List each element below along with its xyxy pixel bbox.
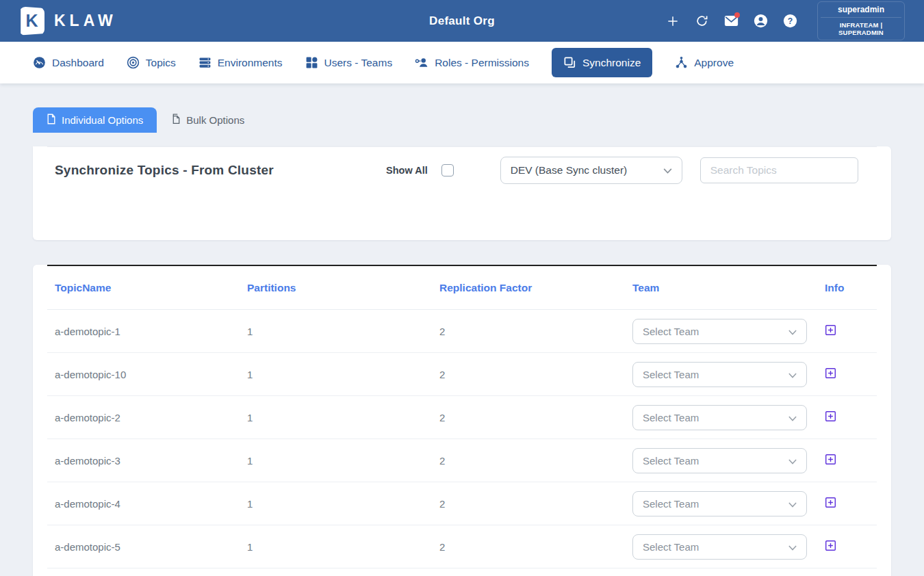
environments-icon [198, 56, 211, 69]
svg-text:?: ? [788, 16, 793, 26]
nav-item-topics[interactable]: Topics [127, 56, 176, 69]
topics-table: TopicName Partitions Replication Factor … [47, 265, 877, 568]
chevron-down-icon [788, 455, 797, 467]
team-select[interactable]: Select Team [632, 405, 807, 430]
table-row: a-demotopic-2 1 2 Select Team [47, 396, 877, 439]
dashboard-icon [33, 56, 46, 69]
refresh-icon[interactable] [687, 14, 717, 27]
synchronize-icon [563, 56, 576, 69]
column-header-replication-factor: Replication Factor [432, 282, 625, 294]
team-select[interactable]: Select Team [632, 362, 807, 387]
documents-icon [170, 114, 181, 127]
add-box-icon[interactable] [825, 497, 836, 508]
topic-name: a-demotopic-1 [47, 326, 240, 337]
replication-factor-value: 2 [432, 455, 625, 467]
column-header-info: Info [817, 282, 874, 294]
topic-name: a-demotopic-5 [47, 541, 240, 553]
user-icon[interactable] [746, 14, 775, 28]
nav-item-roles-permissions[interactable]: Roles - Permissions [415, 56, 529, 69]
nav-item-environments[interactable]: Environments [198, 56, 283, 69]
replication-factor-value: 2 [432, 541, 625, 553]
replication-factor-value: 2 [432, 498, 625, 510]
team-select[interactable]: Select Team [632, 491, 807, 516]
add-box-icon[interactable] [825, 454, 836, 465]
nav-item-approve[interactable]: Approve [675, 56, 734, 69]
column-header-topicname: TopicName [47, 282, 240, 294]
chevron-down-icon [788, 498, 797, 510]
brand-name: KLAW [54, 12, 117, 30]
topics-table-card: TopicName Partitions Replication Factor … [33, 265, 891, 576]
user-team-role: INFRATEAM | SUPERADMIN [821, 17, 901, 36]
main-nav: Dashboard Topics Environments [0, 42, 924, 83]
mail-icon[interactable] [717, 15, 746, 27]
partitions-value: 1 [240, 369, 432, 380]
add-box-icon[interactable] [825, 410, 836, 422]
tab-bulk-options[interactable]: Bulk Options [157, 107, 258, 133]
replication-factor-value: 2 [432, 369, 625, 380]
cluster-select[interactable]: DEV (Base Sync cluster) [500, 157, 682, 184]
nav-item-dashboard[interactable]: Dashboard [33, 56, 104, 69]
team-select[interactable]: Select Team [632, 319, 807, 344]
partitions-value: 1 [240, 326, 432, 337]
partitions-value: 1 [240, 412, 432, 423]
topic-name: a-demotopic-2 [47, 412, 240, 423]
tab-individual-options[interactable]: Individual Options [33, 107, 157, 133]
chevron-down-icon [788, 326, 797, 337]
table-row: a-demotopic-1 1 2 Select Team [47, 310, 877, 353]
add-box-icon[interactable] [825, 540, 836, 551]
chevron-down-icon [663, 164, 672, 176]
top-bar: K KLAW Default Org [0, 0, 924, 42]
plus-icon[interactable] [658, 14, 687, 28]
show-all-label: Show All [386, 165, 428, 176]
page-title: Synchronize Topics - From Cluster [55, 163, 376, 178]
chevron-down-icon [788, 541, 797, 553]
topic-name: a-demotopic-10 [47, 369, 240, 380]
user-menu[interactable]: superadmin INFRATEAM | SUPERADMIN [817, 1, 905, 40]
users-teams-icon [305, 56, 318, 69]
replication-factor-value: 2 [432, 412, 625, 423]
table-row: a-demotopic-5 1 2 Select Team [47, 525, 877, 568]
approve-icon [675, 56, 688, 69]
topic-name: a-demotopic-3 [47, 455, 240, 467]
nav-item-users-teams[interactable]: Users - Teams [305, 56, 393, 69]
help-icon[interactable]: ? [775, 14, 805, 28]
team-select[interactable]: Select Team [632, 448, 807, 473]
table-row: a-demotopic-10 1 2 Select Team [47, 353, 877, 396]
show-all-group: Show All [386, 164, 454, 176]
brand[interactable]: K KLAW [19, 7, 117, 36]
roles-permissions-icon [415, 56, 428, 69]
sync-options-panel: Synchronize Topics - From Cluster Show A… [33, 146, 891, 240]
add-box-icon[interactable] [825, 324, 836, 336]
partitions-value: 1 [240, 541, 432, 553]
table-header-row: TopicName Partitions Replication Factor … [47, 266, 877, 310]
show-all-checkbox[interactable] [441, 164, 454, 176]
column-header-team: Team [625, 282, 817, 294]
options-tabs: Individual Options Bulk Options [33, 107, 891, 133]
document-icon [47, 114, 56, 127]
chevron-down-icon [788, 412, 797, 423]
chevron-down-icon [788, 369, 797, 380]
partitions-value: 1 [240, 498, 432, 510]
column-header-partitions: Partitions [240, 282, 432, 294]
replication-factor-value: 2 [432, 326, 625, 337]
partitions-value: 1 [240, 455, 432, 467]
page-content: Individual Options Bulk Options Synchron… [0, 83, 924, 576]
mail-notification-dot [734, 12, 740, 18]
cluster-select-value: DEV (Base Sync cluster) [511, 164, 628, 176]
add-box-icon[interactable] [825, 367, 836, 379]
username: superadmin [821, 5, 901, 17]
klaw-logo-icon: K [19, 7, 44, 36]
topbar-actions: ? superadmin INFRATEAM | SUPERADMIN [658, 1, 905, 40]
search-topics-input[interactable] [700, 157, 858, 183]
org-title: Default Org [429, 14, 495, 28]
team-select[interactable]: Select Team [632, 534, 807, 560]
nav-item-synchronize[interactable]: Synchronize [552, 48, 652, 77]
topic-name: a-demotopic-4 [47, 498, 240, 510]
table-row: a-demotopic-4 1 2 Select Team [47, 482, 877, 525]
topics-icon [127, 56, 140, 69]
table-row: a-demotopic-3 1 2 Select Team [47, 439, 877, 482]
